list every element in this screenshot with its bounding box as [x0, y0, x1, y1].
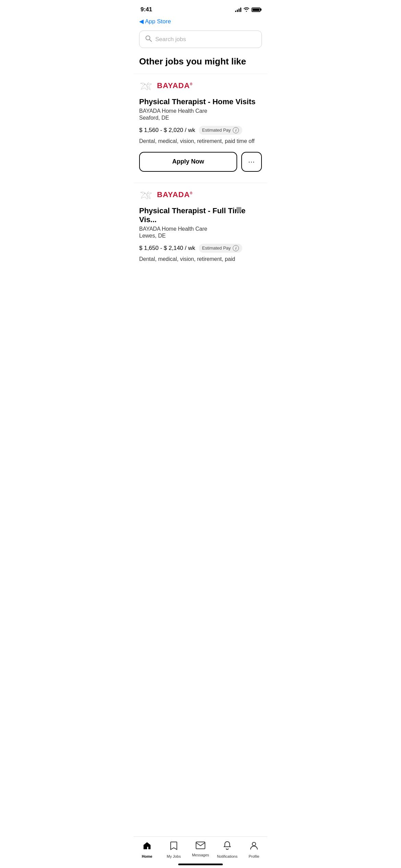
- status-icons: [235, 7, 260, 13]
- job-card: BAYADA® Physical Therapist - Home Visits…: [134, 74, 267, 180]
- search-icon: [145, 35, 152, 44]
- estimated-pay-badge[interactable]: Estimated Pay i: [199, 126, 243, 135]
- bayada-bird-icon: [139, 189, 154, 201]
- section-title: Other jobs you might like: [134, 53, 267, 74]
- job-title: Physical Therapist - Full Time Vis...: [139, 206, 262, 225]
- apply-now-button[interactable]: Apply Now: [139, 152, 237, 172]
- estimated-pay-badge[interactable]: Estimated Pay i: [199, 244, 243, 253]
- job-pay: $ 1,560 - $ 2,020 / wk: [139, 127, 195, 134]
- status-time: 9:41: [141, 6, 152, 13]
- company-name: BAYADA®: [157, 190, 193, 199]
- job-benefits: Dental, medical, vision, retirement, pai…: [139, 137, 262, 145]
- company-logo: BAYADA®: [139, 189, 262, 201]
- app-store-label: App Store: [145, 18, 171, 25]
- signal-bars-icon: [235, 7, 241, 12]
- bayada-bird-icon: [139, 80, 154, 92]
- job-company: BAYADA Home Health Care: [139, 226, 262, 232]
- job-benefits: Dental, medical, vision, retirement, pai…: [139, 255, 262, 263]
- status-bar: 9:41: [134, 0, 267, 16]
- svg-point-2: [144, 84, 145, 85]
- job-actions: Apply Now ···: [139, 152, 262, 172]
- search-container: Search jobs: [134, 28, 267, 53]
- svg-point-3: [144, 193, 145, 194]
- battery-icon: [252, 8, 260, 12]
- company-name: BAYADA®: [157, 81, 193, 90]
- wifi-icon: [243, 7, 250, 13]
- svg-line-1: [150, 40, 152, 42]
- back-arrow-icon: ◀: [139, 18, 144, 25]
- job-pay-row: $ 1,650 - $ 2,140 / wk Estimated Pay i: [139, 244, 262, 253]
- estimated-pay-label: Estimated Pay: [202, 128, 231, 133]
- job-pay-row: $ 1,560 - $ 2,020 / wk Estimated Pay i: [139, 126, 262, 135]
- job-title: Physical Therapist - Home Visits: [139, 97, 262, 106]
- job-pay: $ 1,650 - $ 2,140 / wk: [139, 245, 195, 252]
- job-location: Seaford, DE: [139, 115, 262, 121]
- info-icon[interactable]: i: [233, 245, 239, 251]
- notification-dot: [236, 207, 241, 212]
- company-logo: BAYADA®: [139, 80, 262, 92]
- info-icon[interactable]: i: [233, 127, 239, 133]
- estimated-pay-label: Estimated Pay: [202, 245, 231, 251]
- search-bar[interactable]: Search jobs: [139, 31, 262, 48]
- job-location: Lewes, DE: [139, 233, 262, 239]
- more-options-button[interactable]: ···: [241, 152, 262, 172]
- job-card: BAYADA® Physical Therapist - Full Time V…: [134, 183, 267, 278]
- app-store-back[interactable]: ◀ App Store: [134, 16, 267, 28]
- search-placeholder: Search jobs: [155, 36, 186, 43]
- svg-point-0: [146, 36, 150, 40]
- job-company: BAYADA Home Health Care: [139, 108, 262, 114]
